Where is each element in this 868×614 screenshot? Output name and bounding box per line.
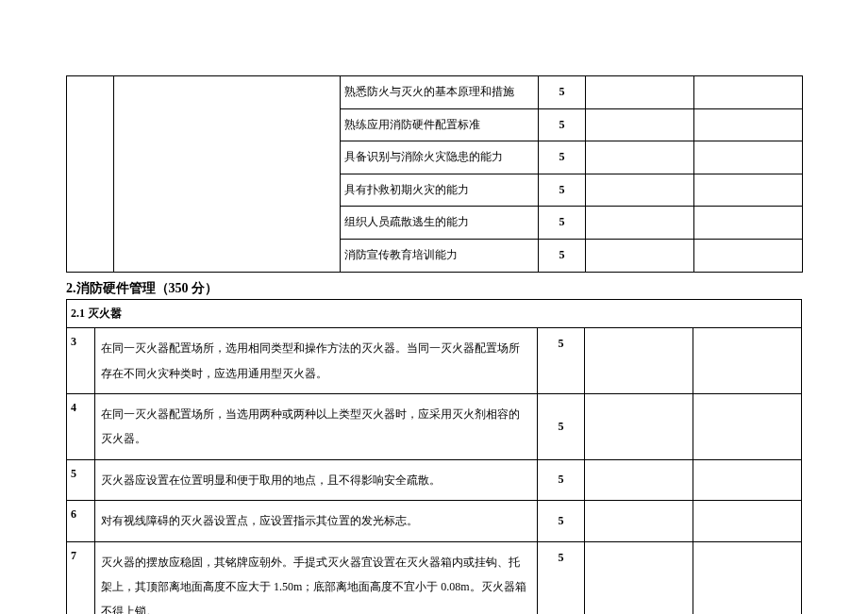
score-cell: 5: [539, 108, 586, 141]
table-row: 4 在同一灭火器配置场所，当选用两种或两种以上类型灭火器时，应采用灭火剂相容的灭…: [67, 393, 802, 459]
index-cell: 3: [67, 328, 95, 394]
score-cell: 5: [537, 541, 584, 614]
table-row: 7 灭火器的摆放应稳固，其铭牌应朝外。手提式灭火器宜设置在灭火器箱内或挂钩、托架…: [67, 541, 802, 614]
description-cell: 对有视线障碍的灭火器设置点，应设置指示其位置的发光标志。: [95, 501, 538, 541]
score-cell: 5: [537, 328, 584, 394]
description-cell: 在同一灭火器配置场所，选用相同类型和操作方法的灭火器。当同一灭火器配置场所存在不…: [95, 328, 538, 394]
index-cell: 4: [67, 393, 95, 459]
index-cell: 7: [67, 541, 95, 614]
table-row: 6 对有视线障碍的灭火器设置点，应设置指示其位置的发光标志。 5: [67, 501, 802, 541]
description-cell: 灭火器的摆放应稳固，其铭牌应朝外。手提式灭火器宜设置在灭火器箱内或挂钩、托架上，…: [95, 541, 538, 614]
table-row: 熟悉防火与灭火的基本原理和措施 5: [67, 76, 803, 109]
table-row: 5 灭火器应设置在位置明显和便于取用的地点，且不得影响安全疏散。 5: [67, 459, 802, 500]
score-cell: 5: [539, 76, 586, 109]
description-cell: 灭火器应设置在位置明显和便于取用的地点，且不得影响安全疏散。: [95, 459, 538, 500]
description-cell: 在同一灭火器配置场所，当选用两种或两种以上类型灭火器时，应采用灭火剂相容的灭火器…: [95, 393, 538, 459]
subsection-title: 2.1 灭火嚣: [67, 299, 802, 328]
score-cell: 5: [539, 141, 586, 174]
score-cell: 5: [537, 393, 584, 459]
index-cell: 6: [67, 501, 95, 541]
requirements-table-upper: 熟悉防火与灭火的基本原理和措施 5 熟练应用消防硬件配置标准 5 具备识别与消除…: [66, 75, 803, 273]
requirement-cell: 具备识别与消除火灾隐患的能力: [341, 141, 539, 174]
requirement-cell: 消防宣传教育培训能力: [341, 239, 539, 272]
score-cell: 5: [537, 501, 584, 541]
table-row: 3 在同一灭火器配置场所，选用相同类型和操作方法的灭火器。当同一灭火器配置场所存…: [67, 328, 802, 394]
requirement-cell: 熟练应用消防硬件配置标准: [341, 108, 539, 141]
section-title: 2.消防硬件管理（350 分）: [66, 280, 802, 297]
score-cell: 5: [539, 207, 586, 240]
index-cell: 5: [67, 459, 95, 500]
requirement-cell: 熟悉防火与灭火的基本原理和措施: [341, 76, 539, 109]
requirement-cell: 具有扑救初期火灾的能力: [341, 174, 539, 207]
score-cell: 5: [539, 239, 586, 272]
score-cell: 5: [537, 459, 584, 500]
requirement-cell: 组织人员疏散逃生的能力: [341, 207, 539, 240]
score-cell: 5: [539, 174, 586, 207]
subsection-header: 2.1 灭火嚣: [67, 299, 802, 328]
fire-extinguisher-table: 2.1 灭火嚣 3 在同一灭火器配置场所，选用相同类型和操作方法的灭火器。当同一…: [66, 299, 802, 614]
